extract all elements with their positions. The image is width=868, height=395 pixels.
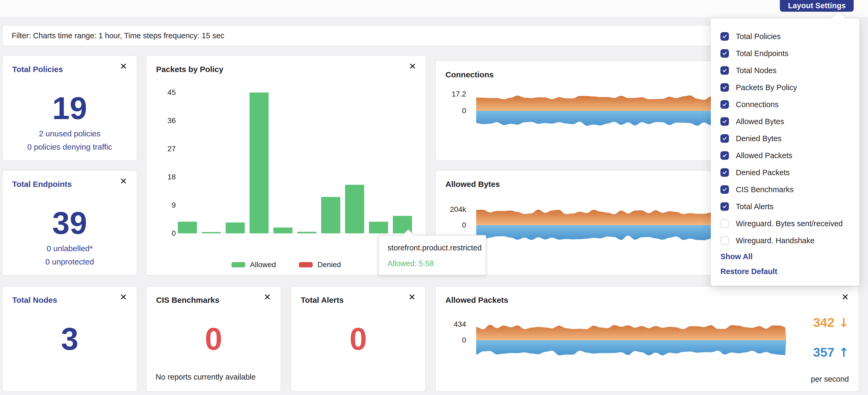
- close-icon[interactable]: ✕: [118, 62, 129, 71]
- layout-menu-item-total-endpoints[interactable]: Total Endpoints: [720, 45, 859, 62]
- close-icon[interactable]: ✕: [118, 292, 129, 302]
- menu-item-label: CIS Benchmarks: [736, 185, 794, 194]
- menu-item-label: Wireguard. Bytes sent/received: [736, 219, 843, 228]
- arrow-down-icon: ↓: [839, 315, 849, 330]
- total-alerts-value: 0: [291, 322, 425, 356]
- cis-benchmarks-note: No reports currently available: [156, 372, 256, 382]
- total-nodes-card: Total Nodes ✕ 3: [2, 286, 137, 392]
- chart-tooltip: storefront.product.restricted Allowed: 5…: [378, 235, 486, 275]
- checkbox-checked[interactable]: [720, 100, 729, 109]
- y-axis-tick: 9: [147, 201, 176, 210]
- check-icon: [722, 153, 727, 158]
- allowed-packets-title: Allowed Packets: [445, 295, 508, 305]
- menu-item-label: Total Alerts: [736, 202, 774, 211]
- restore-default-link[interactable]: Restore Default: [720, 264, 859, 279]
- total-endpoints-title[interactable]: Total Endpoints: [12, 180, 72, 189]
- total-policies-title[interactable]: Total Policies: [12, 65, 63, 74]
- checkbox-checked[interactable]: [720, 117, 729, 126]
- bar[interactable]: [226, 223, 245, 233]
- check-icon: [722, 102, 727, 107]
- allowed-bytes-ymax-label: 204k: [436, 205, 466, 214]
- y-axis-tick: 27: [147, 144, 176, 153]
- arrow-up-icon: ↑: [839, 345, 849, 360]
- bar[interactable]: [321, 197, 340, 233]
- checkbox-checked[interactable]: [720, 134, 729, 143]
- total-alerts-title: Total Alerts: [301, 295, 344, 305]
- checkbox-checked[interactable]: [720, 49, 729, 58]
- check-icon: [722, 187, 727, 192]
- dashboard-page: Layout Settings Filter: Charts time rang…: [0, 0, 868, 395]
- legend-label-denied: Denied: [317, 260, 341, 269]
- y-axis-tick: 45: [147, 88, 176, 97]
- bar[interactable]: [178, 222, 197, 233]
- checkbox-checked[interactable]: [720, 151, 729, 160]
- check-icon: [722, 136, 727, 141]
- total-policies-sub-unused: 2 unused policies: [3, 129, 137, 138]
- legend-item-allowed: Allowed: [231, 260, 276, 269]
- legend-label-allowed: Allowed: [250, 260, 276, 269]
- menu-item-label: Total Policies: [736, 32, 781, 41]
- check-icon: [722, 170, 727, 175]
- layout-menu-item-denied-bytes[interactable]: Denied Bytes: [720, 130, 859, 147]
- packets-rate-unit: per second: [811, 375, 849, 384]
- bar[interactable]: [297, 232, 316, 233]
- close-icon[interactable]: ✕: [840, 292, 850, 302]
- connections-title: Connections: [445, 70, 494, 79]
- bar[interactable]: [345, 185, 364, 233]
- bar[interactable]: [202, 232, 221, 233]
- checkbox-unchecked[interactable]: [720, 219, 729, 228]
- layout-menu-item-allowed-bytes[interactable]: Allowed Bytes: [720, 113, 859, 130]
- menu-item-label: Allowed Packets: [736, 151, 792, 160]
- layout-menu-item-cis-benchmarks[interactable]: CIS Benchmarks: [720, 181, 859, 198]
- checkbox-checked[interactable]: [720, 168, 729, 177]
- layout-menu-item-denied-packets[interactable]: Denied Packets: [720, 164, 859, 181]
- layout-menu-item-total-alerts[interactable]: Total Alerts: [720, 198, 859, 215]
- layout-settings-button[interactable]: Layout Settings: [780, 0, 854, 12]
- layout-menu-item-total-nodes[interactable]: Total Nodes: [720, 62, 859, 79]
- close-icon[interactable]: ✕: [407, 292, 417, 302]
- layout-menu-item-packets-by-policy[interactable]: Packets By Policy: [720, 79, 859, 96]
- tooltip-value: Allowed: 5.58: [388, 259, 477, 268]
- filter-bar-text: Filter: Charts time range: 1 hour, Time …: [12, 31, 224, 40]
- allowed-packets-ymax-label: 434: [436, 320, 466, 329]
- allowed-bytes-title: Allowed Bytes: [445, 180, 500, 189]
- bar[interactable]: [369, 222, 388, 233]
- layout-menu-item-allowed-packets[interactable]: Allowed Packets: [720, 147, 859, 164]
- layout-menu-item-wireguard-handshake[interactable]: Wireguard. Handshake: [720, 232, 859, 249]
- cis-benchmarks-card: CIS Benchmarks ✕ 0 No reports currently …: [146, 286, 281, 392]
- layout-menu-item-total-policies[interactable]: Total Policies: [720, 28, 859, 45]
- check-icon: [722, 119, 727, 124]
- checkbox-checked[interactable]: [720, 32, 729, 41]
- connections-ymax-label: 17.2: [436, 90, 466, 98]
- total-nodes-title[interactable]: Total Nodes: [12, 295, 57, 305]
- packets-down-rate: 342↓: [813, 315, 849, 330]
- checkbox-checked[interactable]: [720, 185, 729, 194]
- y-axis-tick: 36: [147, 116, 176, 125]
- menu-item-label: Total Endpoints: [736, 49, 788, 58]
- checkbox-checked[interactable]: [720, 66, 729, 75]
- layout-settings-menu: Total PoliciesTotal EndpointsTotal Nodes…: [711, 18, 859, 286]
- check-icon: [722, 204, 727, 209]
- total-nodes-value: 3: [3, 322, 137, 356]
- check-icon: [722, 34, 727, 39]
- total-policies-value: 19: [3, 91, 137, 125]
- allowed-packets-card: Allowed Packets ✕ 434 0 342↓ 357↑ per se…: [435, 286, 859, 392]
- close-icon[interactable]: ✕: [118, 176, 129, 186]
- bar[interactable]: [273, 228, 292, 233]
- show-all-link[interactable]: Show All: [720, 249, 859, 264]
- total-endpoints-value: 39: [3, 206, 137, 240]
- check-icon: [722, 51, 727, 56]
- checkbox-unchecked[interactable]: [720, 236, 729, 245]
- top-bar: Layout Settings: [0, 0, 868, 18]
- total-policies-card: Total Policies ✕ 19 2 unused policies 0 …: [2, 55, 137, 161]
- bar[interactable]: [250, 92, 269, 233]
- close-icon[interactable]: ✕: [262, 292, 273, 302]
- legend-item-denied: Denied: [299, 260, 341, 269]
- menu-item-label: Denied Bytes: [736, 134, 782, 143]
- checkbox-checked[interactable]: [720, 202, 729, 211]
- total-alerts-card: Total Alerts ✕ 0: [291, 286, 426, 392]
- checkbox-checked[interactable]: [720, 83, 729, 92]
- layout-menu-item-wireguard-bytes-sent-received[interactable]: Wireguard. Bytes sent/received: [720, 215, 859, 232]
- layout-menu-item-connections[interactable]: Connections: [720, 96, 859, 113]
- menu-item-label: Connections: [736, 100, 779, 109]
